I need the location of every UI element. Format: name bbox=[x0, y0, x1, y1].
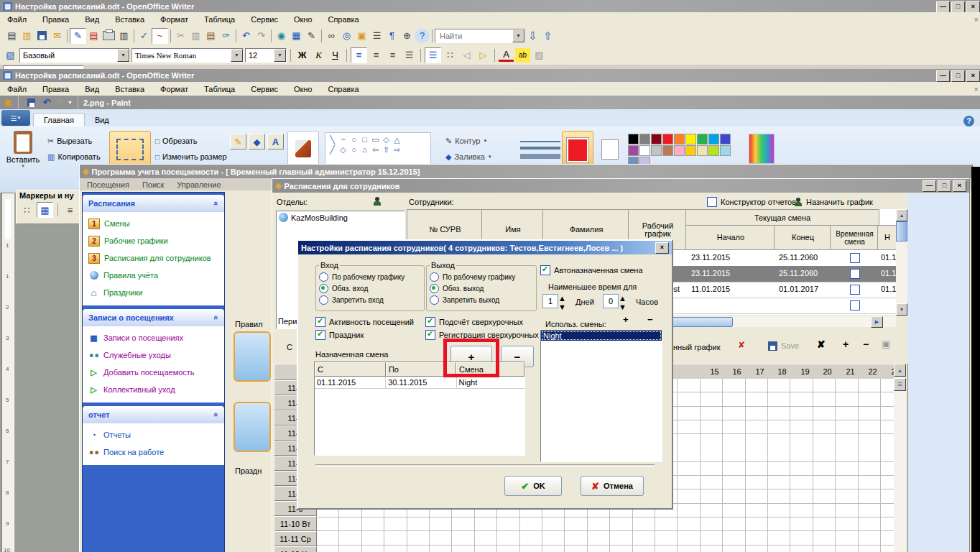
fill-tool-icon[interactable]: ◆ bbox=[249, 134, 265, 150]
palette-swatch[interactable] bbox=[697, 145, 708, 156]
copy-button[interactable]: ▥ Копировать bbox=[47, 151, 101, 162]
shape-pentagon-icon[interactable]: ○ bbox=[348, 144, 359, 155]
days-value[interactable]: 1 bbox=[542, 294, 558, 308]
export-pdf-icon[interactable]: ▤ bbox=[86, 29, 101, 43]
used-shifts-listbox[interactable]: Night bbox=[540, 330, 662, 462]
shape-curve-icon[interactable]: ~ bbox=[338, 134, 348, 144]
palette-swatch[interactable] bbox=[685, 134, 696, 144]
bold-icon[interactable]: Ж bbox=[295, 48, 310, 63]
draw-functions-icon[interactable]: ✎ bbox=[304, 29, 319, 43]
find-next-icon[interactable]: ⇩ bbox=[525, 29, 540, 43]
menu-file[interactable]: Файл bbox=[6, 14, 28, 24]
menu-table[interactable]: Таблица bbox=[203, 84, 236, 94]
paste-icon[interactable]: ▤ bbox=[203, 29, 218, 43]
font-color-icon[interactable]: А bbox=[499, 49, 514, 62]
sidebar-item-service-leaves[interactable]: ☻☻ Служебные уходы bbox=[83, 346, 224, 364]
gallery-icon[interactable]: ▣ bbox=[354, 29, 369, 43]
employees-vscrollbar[interactable]: ▲ ▼ bbox=[896, 209, 907, 316]
minimize-button[interactable]: — bbox=[936, 1, 950, 13]
numbering-icon[interactable]: ☰ bbox=[425, 47, 441, 63]
exit-by-schedule-radio[interactable]: По рабочему графику bbox=[430, 271, 533, 282]
menu-format[interactable]: Формат bbox=[159, 14, 190, 24]
resize-button[interactable]: □ Изменить размер bbox=[155, 151, 227, 162]
increase-indent-icon[interactable]: ▷ bbox=[476, 48, 491, 63]
numbered-list-icon[interactable]: ▦ bbox=[37, 202, 53, 218]
holiday-checkbox[interactable]: Праздник bbox=[315, 329, 364, 341]
rules-folder-icon[interactable] bbox=[234, 331, 271, 382]
sidebar-item-collective-leave[interactable]: ▷ Коллективный уход bbox=[83, 381, 224, 398]
report-builder-checkbox[interactable]: Конструктор отчетов bbox=[707, 196, 796, 208]
shape-polygon-icon[interactable]: ◇ bbox=[381, 134, 392, 144]
sidebar-item-reports[interactable]: ◔ Отчеты bbox=[83, 426, 224, 443]
document-close-icon[interactable]: × bbox=[973, 84, 980, 94]
days-spinner[interactable]: 1 ▲▼ bbox=[542, 294, 566, 311]
shape-arrow-left-icon[interactable]: ⇦ bbox=[370, 144, 381, 155]
hyperlink-icon[interactable]: ◉ bbox=[274, 29, 289, 43]
shapes-gallery[interactable]: ╲ ~ ○ □ ▭ ◇ △ ╱ ◇ ○ ⌂ ⇦ ⇧ ⇨ bbox=[325, 132, 431, 168]
day-row-header[interactable]: 11-10 Вт bbox=[274, 516, 317, 531]
sidebar-item-visit-records[interactable]: ▦ Записи о посещениях bbox=[83, 329, 224, 346]
entry-by-schedule-radio[interactable]: По рабочему графику bbox=[319, 271, 421, 282]
datasources-icon[interactable]: ☰ bbox=[369, 29, 384, 43]
palette-swatch[interactable] bbox=[685, 145, 696, 156]
ok-button[interactable]: ✔ OK bbox=[504, 476, 562, 496]
writer1-titlebar[interactable]: ▤ Настройка расписаний.odt - OpenOffice … bbox=[0, 0, 980, 12]
print-icon[interactable] bbox=[101, 29, 116, 43]
overtime-box[interactable] bbox=[425, 317, 435, 327]
temp-shift-checkbox[interactable] bbox=[850, 285, 860, 295]
tab-home[interactable]: Главная bbox=[33, 113, 85, 126]
shape-rectangle-icon[interactable]: □ bbox=[359, 134, 370, 144]
new-document-icon[interactable]: ▤ bbox=[4, 29, 19, 43]
font-size-combo[interactable]: 12 ▼ bbox=[245, 48, 287, 63]
sidebar-item-search-at-work[interactable]: ☻☻ Поиск на работе bbox=[83, 443, 224, 461]
sidebar-item-employee-schedules[interactable]: 3 Расписания для сотрудников bbox=[83, 249, 224, 267]
menu-insert[interactable]: Вставка bbox=[114, 84, 146, 94]
cut-icon[interactable]: ✂ bbox=[173, 29, 188, 43]
entry-mandatory-radio[interactable]: Обяз. вход bbox=[319, 282, 421, 294]
shape-line-icon[interactable]: ╲ bbox=[327, 134, 338, 144]
col-header-temp-shift[interactable]: Временная смена bbox=[830, 225, 879, 250]
menu-insert[interactable]: Вставка bbox=[114, 14, 146, 24]
cancel-button[interactable]: ✘ Отмена bbox=[581, 476, 644, 496]
shape-triangle-icon[interactable]: △ bbox=[392, 134, 402, 144]
highlight-color-icon[interactable]: ab bbox=[515, 48, 530, 63]
menu-table[interactable]: Таблица bbox=[203, 14, 236, 24]
palette-swatch[interactable] bbox=[662, 145, 673, 156]
overtime-checkbox[interactable]: Подсчёт сверхурочных bbox=[425, 316, 523, 328]
align-center-icon[interactable]: ≡ bbox=[369, 48, 384, 63]
stamp-icon[interactable]: ▣ bbox=[882, 339, 890, 349]
shape-line2-icon[interactable]: ╱ bbox=[327, 144, 338, 155]
edit-colors-button[interactable] bbox=[749, 134, 775, 164]
page-preview-icon[interactable]: ▥ bbox=[116, 29, 131, 43]
hours-spinner[interactable]: 0 ▲▼ bbox=[603, 294, 627, 311]
menu-tools[interactable]: Сервис bbox=[249, 14, 279, 24]
temp-shift-checkbox[interactable] bbox=[850, 253, 860, 263]
add-row-icon[interactable]: + bbox=[843, 339, 849, 350]
menu-help[interactable]: Справка bbox=[326, 84, 360, 94]
background-color-icon[interactable]: ▨ bbox=[532, 48, 547, 63]
paint-titlebar[interactable]: ▣ ↶ ↷ ▼ 2.png - Paint bbox=[0, 96, 980, 109]
close-button[interactable]: × bbox=[966, 1, 980, 13]
zoom-icon[interactable]: ⊕ bbox=[399, 29, 415, 43]
shape-rounded-rect-icon[interactable]: ▭ bbox=[370, 134, 381, 144]
align-left-icon[interactable]: ≡ bbox=[351, 47, 367, 63]
palette-swatch[interactable] bbox=[628, 134, 639, 144]
menu-view[interactable]: Вид bbox=[83, 84, 101, 94]
redo-icon[interactable]: ↷ bbox=[254, 29, 269, 43]
collapse-chevron-icon[interactable]: « bbox=[212, 413, 221, 417]
scroll-down-icon[interactable]: ▼ bbox=[896, 303, 907, 316]
shape-arrow-right-icon[interactable]: ⇨ bbox=[392, 144, 402, 155]
collapse-chevron-icon[interactable]: « bbox=[212, 316, 221, 320]
temp-shift-checkbox[interactable] bbox=[850, 269, 860, 279]
autospellcheck-icon[interactable]: ~ bbox=[152, 28, 168, 44]
remove-row-icon[interactable]: − bbox=[863, 339, 869, 350]
edit-file-icon[interactable]: ✎ bbox=[70, 28, 86, 44]
grid-view-icon[interactable]: ☰ bbox=[894, 378, 906, 391]
radio-icon[interactable] bbox=[430, 272, 439, 282]
color2-button[interactable] bbox=[596, 131, 624, 168]
sidebar-item-holidays[interactable]: ⌂ Праздники bbox=[83, 284, 224, 301]
email-icon[interactable]: ✉ bbox=[50, 29, 65, 43]
radio-icon-selected[interactable] bbox=[319, 284, 328, 293]
radio-icon[interactable] bbox=[319, 272, 328, 282]
restore-button[interactable]: □ bbox=[951, 70, 965, 82]
